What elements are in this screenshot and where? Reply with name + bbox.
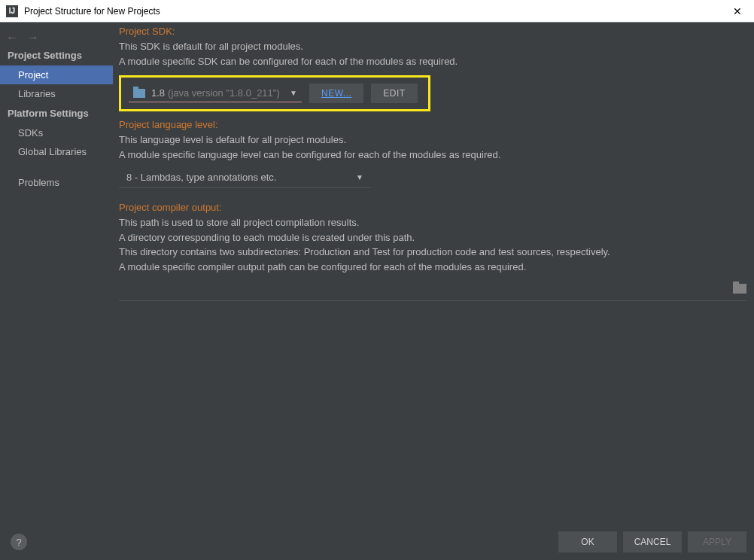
help-button[interactable]: ?: [11, 534, 27, 550]
window-title: Project Structure for New Projects: [24, 6, 727, 17]
ok-button[interactable]: OK: [558, 531, 617, 552]
main-panel: Project SDK: This SDK is default for all…: [119, 26, 746, 522]
forward-icon[interactable]: →: [27, 31, 39, 44]
output-desc-1: This path is used to store all project c…: [119, 216, 746, 230]
back-icon[interactable]: ←: [6, 31, 18, 44]
dialog-button-bar: ? OK CANCEL APPLY: [0, 531, 746, 552]
sdk-highlighted-row: 1.8 (java version "1.8.0_211") ▼ NEW... …: [119, 75, 430, 111]
sdk-dropdown[interactable]: 1.8 (java version "1.8.0_211") ▼: [129, 84, 302, 102]
titlebar: IJ Project Structure for New Projects ✕: [0, 0, 754, 23]
sidebar-heading-project-settings: Project Settings: [0, 45, 113, 65]
sidebar-item-libraries[interactable]: Libraries: [0, 84, 113, 103]
output-desc-3: This directory contains two subdirectori…: [119, 245, 746, 259]
app-icon: IJ: [6, 5, 18, 17]
sidebar-item-project[interactable]: Project: [0, 65, 113, 84]
sdk-desc-2: A module specific SDK can be configured …: [119, 55, 746, 68]
new-sdk-button[interactable]: NEW...: [309, 84, 363, 103]
sidebar-item-global-libraries[interactable]: Global Libraries: [0, 142, 113, 161]
sidebar-heading-platform-settings: Platform Settings: [0, 103, 113, 123]
language-level-value: 8 - Lambdas, type annotations etc.: [126, 172, 276, 183]
output-section-title: Project compiler output:: [119, 202, 746, 213]
sdk-section-title: Project SDK:: [119, 26, 746, 37]
sidebar: Project Settings Project Libraries Platf…: [0, 45, 113, 192]
lang-desc-2: A module specific language level can be …: [119, 148, 746, 162]
sdk-desc-1: This SDK is default for all project modu…: [119, 40, 746, 53]
cancel-button[interactable]: CANCEL: [623, 531, 682, 552]
sdk-version: (java version "1.8.0_211"): [168, 87, 280, 99]
lang-section-title: Project language level:: [119, 119, 746, 130]
browse-folder-button[interactable]: [733, 284, 746, 296]
lang-desc-1: This language level is default for all p…: [119, 133, 746, 147]
sdk-value: 1.8: [151, 87, 165, 99]
output-desc-2: A directory corresponding to each module…: [119, 231, 746, 245]
folder-icon: [733, 284, 746, 294]
sidebar-item-problems[interactable]: Problems: [0, 173, 113, 192]
close-icon[interactable]: ✕: [727, 5, 748, 17]
language-level-dropdown[interactable]: 8 - Lambdas, type annotations etc. ▼: [119, 167, 371, 188]
output-desc-4: A module specific compiler output path c…: [119, 260, 746, 274]
chevron-down-icon: ▼: [290, 89, 297, 97]
compiler-output-path-row: [119, 281, 746, 301]
sidebar-item-sdks[interactable]: SDKs: [0, 123, 113, 142]
nav-arrows: ← →: [6, 31, 39, 44]
folder-icon: [133, 89, 145, 98]
chevron-down-icon: ▼: [356, 173, 363, 181]
apply-button[interactable]: APPLY: [688, 531, 746, 552]
edit-sdk-button[interactable]: EDIT: [371, 84, 417, 103]
